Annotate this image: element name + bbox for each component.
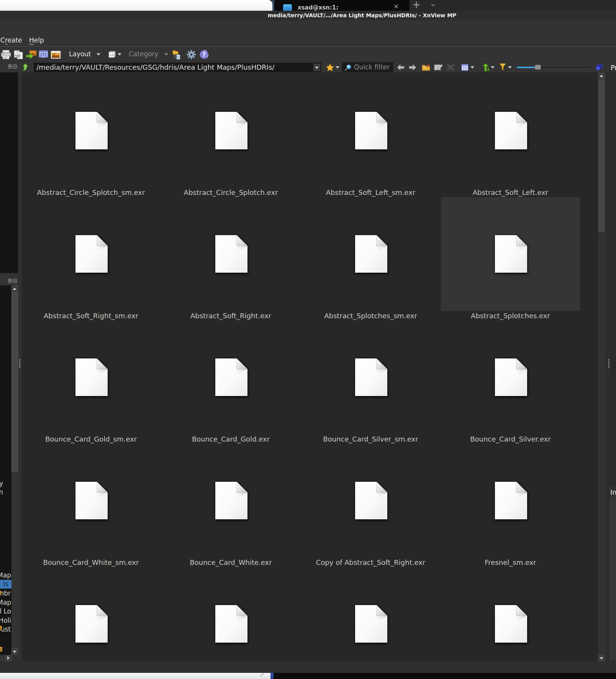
file-document-icon[interactable] bbox=[494, 604, 529, 644]
file-name-label[interactable]: Abstract_Soft_Left.exr bbox=[441, 188, 580, 197]
main-scrollbar-thumb[interactable] bbox=[598, 80, 605, 231]
file-name-label[interactable]: Abstract_Soft_Left_sm.exr bbox=[301, 188, 440, 197]
zoom-slider-handle[interactable] bbox=[535, 65, 541, 70]
file-document-icon[interactable] bbox=[74, 357, 110, 397]
path-dropdown-button[interactable] bbox=[313, 64, 320, 71]
back-icon[interactable] bbox=[397, 64, 405, 71]
help-icon[interactable]: ? bbox=[199, 50, 209, 59]
file-document-icon[interactable] bbox=[494, 357, 529, 397]
file-name-label[interactable]: Abstract_Circle_Splotch.exr bbox=[161, 188, 300, 197]
forward-icon[interactable] bbox=[409, 64, 416, 71]
tree-scroll-right-button[interactable] bbox=[5, 655, 11, 661]
layout-button[interactable]: Layout bbox=[69, 47, 91, 62]
panel-close-icon[interactable] bbox=[13, 64, 17, 69]
file-document-icon[interactable] bbox=[494, 111, 529, 151]
copy-icon[interactable] bbox=[13, 50, 24, 60]
wallpaper-icon[interactable] bbox=[50, 50, 61, 60]
file-document-icon[interactable] bbox=[214, 234, 249, 274]
tree-scroll-up-button[interactable] bbox=[11, 286, 18, 292]
file-document-icon[interactable] bbox=[214, 481, 249, 520]
parent-folder-icon[interactable] bbox=[22, 63, 31, 71]
terminal-tab-menu-icon[interactable]: ⌄ bbox=[429, 0, 436, 8]
file-name-label[interactable]: Bounce_Card_White.exr bbox=[161, 558, 300, 567]
edit-icon[interactable] bbox=[434, 64, 443, 71]
file-document-icon[interactable] bbox=[354, 111, 389, 151]
file-document-icon[interactable] bbox=[214, 604, 249, 644]
view-mode-icon[interactable] bbox=[461, 64, 469, 71]
file-document-icon[interactable] bbox=[74, 111, 110, 151]
file-document-icon[interactable] bbox=[354, 481, 389, 520]
file-document-icon[interactable] bbox=[214, 111, 249, 151]
main-scroll-down-button[interactable] bbox=[598, 655, 605, 661]
file-document-icon[interactable] bbox=[494, 481, 529, 520]
file-document-icon[interactable] bbox=[494, 234, 529, 274]
file-name-label[interactable]: Bounce_Card_White_sm.exr bbox=[21, 558, 161, 567]
window-titlebar[interactable]: media/terry/VAULT/…/Area Light Maps/Plus… bbox=[0, 11, 616, 20]
panel-float-icon[interactable] bbox=[8, 64, 12, 69]
sort-icon[interactable] bbox=[482, 63, 490, 72]
zoom-slider-track[interactable] bbox=[541, 67, 592, 68]
terminal-tab[interactable]: xsad@xsn:1: ✕ bbox=[272, 0, 410, 11]
category-chevron-icon[interactable] bbox=[164, 53, 168, 56]
sort-chevron-icon[interactable] bbox=[491, 66, 495, 69]
print-icon[interactable] bbox=[0, 50, 11, 60]
tree-item[interactable]: al Lo bbox=[0, 607, 11, 616]
tree-item[interactable]: mbr bbox=[0, 589, 11, 598]
tree-item[interactable]: Is bbox=[0, 580, 11, 589]
file-document-icon[interactable] bbox=[74, 481, 110, 520]
file-document-icon[interactable] bbox=[214, 357, 249, 397]
file-document-icon[interactable] bbox=[354, 357, 389, 397]
tree-item[interactable]: Map bbox=[0, 598, 11, 607]
file-document-icon[interactable] bbox=[74, 234, 110, 274]
left-panel-header bbox=[0, 273, 18, 285]
new-folder-icon[interactable] bbox=[422, 64, 431, 71]
terminal-new-tab-icon[interactable]: + bbox=[412, 0, 421, 10]
panel-float-icon[interactable] bbox=[8, 279, 12, 283]
compare-icon[interactable] bbox=[596, 64, 603, 70]
file-name-label[interactable]: Abstract_Splotches_sm.exr bbox=[301, 311, 440, 321]
tree-scrollbar-thumb[interactable] bbox=[11, 293, 18, 472]
tree-item[interactable]: Map bbox=[0, 571, 11, 580]
path-text: /media/terry/VAULT/Resources/GSG/hdris/A… bbox=[36, 63, 274, 72]
tree-item[interactable]: y bbox=[0, 479, 3, 488]
favorites-chevron-icon[interactable] bbox=[336, 66, 339, 69]
file-document-icon[interactable] bbox=[354, 234, 389, 274]
menu-create[interactable]: Create bbox=[0, 35, 22, 46]
file-name-label[interactable]: Copy of Abstract_Soft_Right.exr bbox=[301, 558, 440, 567]
view-mode-chevron-icon[interactable] bbox=[470, 66, 474, 69]
path-input[interactable]: /media/terry/VAULT/Resources/GSG/hdris/A… bbox=[34, 63, 321, 72]
tree-item[interactable]: Holi bbox=[0, 616, 11, 625]
file-document-icon[interactable] bbox=[354, 604, 389, 644]
file-name-label[interactable]: Bounce_Card_Gold.exr bbox=[161, 434, 300, 444]
panel-close-icon[interactable] bbox=[13, 279, 17, 283]
file-document-icon[interactable] bbox=[74, 604, 110, 644]
terminal-tab-close-icon[interactable]: ✕ bbox=[393, 3, 399, 10]
layout-chevron-icon[interactable] bbox=[97, 53, 100, 56]
convert-icon[interactable] bbox=[26, 50, 37, 60]
file-name-label[interactable]: Bounce_Card_Silver.exr bbox=[441, 434, 580, 444]
thumbnail-size-chevron-icon[interactable] bbox=[118, 53, 121, 56]
filter-icon[interactable] bbox=[499, 63, 506, 71]
quick-filter-input[interactable]: Quick filter bbox=[342, 62, 393, 72]
thumbnail-size-icon[interactable]: 1-5 bbox=[108, 51, 116, 58]
info-panel-label: In bbox=[610, 488, 616, 496]
category-button[interactable]: Category bbox=[129, 47, 159, 62]
favorites-star-icon[interactable] bbox=[326, 64, 334, 71]
tree-scroll-down-button[interactable] bbox=[11, 648, 18, 654]
category-sets-icon[interactable] bbox=[172, 49, 182, 60]
menu-help[interactable]: Help bbox=[29, 35, 44, 46]
capture-icon[interactable] bbox=[38, 50, 49, 60]
tree-item[interactable]: n bbox=[0, 488, 3, 497]
file-name-label[interactable]: Bounce_Card_Silver_sm.exr bbox=[301, 434, 440, 444]
file-name-label[interactable]: Abstract_Circle_Splotch_sm.exr bbox=[21, 188, 161, 197]
file-name-label[interactable]: Bounce_Card_Gold_sm.exr bbox=[21, 434, 161, 444]
file-name-label[interactable]: Abstract_Splotches.exr bbox=[441, 311, 580, 321]
left-panel-top bbox=[0, 72, 18, 273]
main-scroll-up-button[interactable] bbox=[598, 73, 605, 79]
file-name-label[interactable]: Abstract_Soft_Right_sm.exr bbox=[21, 311, 161, 321]
settings-gear-icon[interactable] bbox=[187, 50, 196, 59]
file-name-label[interactable]: Abstract_Soft_Right.exr bbox=[161, 311, 300, 321]
file-name-label[interactable]: Fresnel_sm.exr bbox=[441, 558, 580, 567]
delete-icon[interactable] bbox=[447, 64, 455, 71]
filter-chevron-icon[interactable] bbox=[508, 66, 512, 69]
